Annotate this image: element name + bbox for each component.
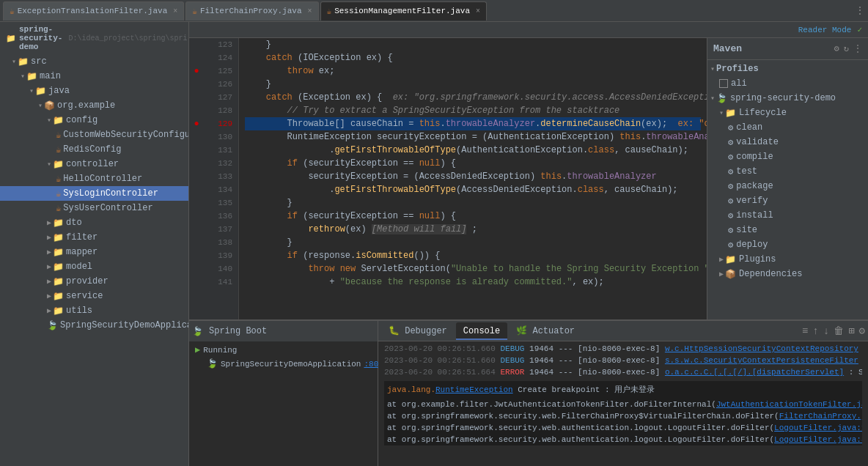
sidebar-item-java[interactable]: ▾ 📁 java [0,84,188,98]
spring-icon: 🍃 [207,358,218,369]
gear-icon: ⚙ [728,181,733,192]
settings-icon-console[interactable]: ⚙ [859,325,865,337]
code-line-129: Throwable[] causeChain = this.throwableA… [245,117,701,130]
sidebar-item-dto[interactable]: ▶ 📁 dto [0,215,188,230]
code-line-141: + "because the response is already commi… [245,275,701,289]
tab-console[interactable]: Console [456,322,507,340]
console-output[interactable]: 2023-06-20 00:26:51.660 DEBUG 19464 --- … [378,341,868,466]
maven-compile[interactable]: ⚙ compile [707,149,868,164]
gear-icon: ⚙ [728,196,733,207]
debugger-icon: 🐛 [389,326,400,336]
tab-session-filter[interactable]: ☕ SessionManagementFilter.java × [320,1,487,21]
maven-ali-profile[interactable]: ali [707,76,868,91]
sidebar-item-model[interactable]: ▶ 📁 model [0,259,188,274]
sidebar-item-hello[interactable]: ☕ HelloController [0,171,188,186]
console-link-1[interactable]: w.c.HttpSessionSecurityContextRepository [665,344,858,353]
sidebar-item-spring-app[interactable]: 🍃 SpringSecurityDemoApplication [0,318,188,333]
maven-lifecycle[interactable]: ▾ 📁 Lifecycle [707,106,868,120]
code-line-140: throw new ServletException("Unable to ha… [245,262,701,275]
sidebar-item-sysuser[interactable]: ☕ SysUserController [0,201,188,215]
maven-deploy[interactable]: ⚙ deploy [707,237,868,252]
arrow-icon: ▾ [47,160,51,169]
code-line-137: rethrow(ex) [Method will fail] ; [245,223,701,236]
stack-link-4[interactable]: LogoutFilter.java:89 [774,435,862,444]
scroll-up-icon[interactable]: ↑ [812,325,818,337]
sidebar-item-filter[interactable]: ▶ 📁 filter [0,230,188,245]
maven-test[interactable]: ⚙ test [707,164,868,179]
clear-icon[interactable]: 🗑 [834,325,844,337]
sidebar-item-service[interactable]: ▶ 📁 service [0,289,188,303]
sidebar-item-syslogin[interactable]: ☕ SysLoginController [0,186,188,201]
lifecycle-icon: 📁 [725,108,736,119]
app-item[interactable]: 🍃 SpringSecurityDemoApplication :8060/ [195,358,372,369]
sidebar-item-main[interactable]: ▾ 📁 main [0,69,188,84]
gear-icon: ⚙ [728,210,733,221]
refresh-icon[interactable]: ↻ [844,43,849,54]
console-link-3[interactable]: o.a.c.c.C.[.[.[/].[dispatcherServlet] [665,368,844,377]
tab-bar-icons: ⋮ [855,4,865,17]
maven-site[interactable]: ⚙ site [707,223,868,237]
run-items: ▶ Running 🍃 SpringSecurityDemoApplicatio… [189,341,378,372]
maven-profiles[interactable]: ▾ Profiles [707,62,868,76]
more-icon[interactable]: ⋮ [853,43,862,54]
tab-actuator[interactable]: 🌿 Actuator [509,322,582,340]
line-numbers: 123 124 125 126 127 128 129 130 131 132 … [204,38,239,319]
more-icon[interactable]: ⋮ [855,4,865,17]
tab-close-1[interactable]: × [308,7,312,15]
maven-install[interactable]: ⚙ install [707,208,868,223]
folder-icon: 📁 [53,262,64,273]
maven-package[interactable]: ⚙ package [707,179,868,193]
scroll-down-icon[interactable]: ↓ [823,325,829,337]
sidebar-item-src[interactable]: ▾ 📁 src [0,54,188,69]
stack-link-2[interactable]: FilterChainProxy.java:346 [779,412,862,421]
reader-mode-label[interactable]: Reader Mode [798,26,852,34]
tab-close-2[interactable]: × [476,7,480,15]
maven-validate[interactable]: ⚙ validate [707,135,868,149]
java-file-icon: ☕ [56,130,61,141]
stack-link-1[interactable]: JwtAuthenticationTokenFilter.java:70 [716,400,862,409]
maven-verify[interactable]: ⚙ verify [707,193,868,208]
arrow-icon: ▶ [47,306,51,315]
maven-dependencies[interactable]: ▶ 📦 Dependencies [707,267,868,281]
folder-icon: 📁 [53,247,64,258]
maven-plugins[interactable]: ▶ 📁 Plugins [707,252,868,267]
arrow-icon: ▶ [47,262,51,271]
sidebar-item-org-example[interactable]: ▾ 📦 org.example [0,98,188,113]
stack-link-3[interactable]: LogoutFilter.java:103 [774,424,862,432]
gutter-130 [189,130,204,144]
sidebar-item-config[interactable]: ▾ 📁 config [0,113,188,127]
tab-exception-filter[interactable]: ☕ ExceptionTranslationFilter.java × [3,1,184,21]
wrap-icon[interactable]: ≡ [802,325,808,337]
java-file-icon: ☕ [56,174,61,185]
plugins-icon: 📁 [725,254,736,265]
console-link-2[interactable]: s.s.w.c.SecurityContextPersistenceFilter [665,356,858,365]
settings-icon[interactable]: ⚙ [834,43,839,54]
project-icon: 🍃 [716,93,727,104]
gutter-125: ● [189,64,204,78]
running-item[interactable]: ▶ Running [195,344,372,355]
java-icon: ☕ [10,7,15,16]
tab-debugger[interactable]: 🐛 Debugger [381,322,455,340]
maven-panel: Maven ⚙ ↻ ⋮ ▾ Profiles ali [707,38,868,319]
arrow-icon: ▾ [21,72,25,81]
code-editor[interactable]: ● ● [189,38,707,319]
tab-close-0[interactable]: × [173,7,177,15]
sidebar-item-custom-web[interactable]: ☕ CustomWebSecurityConfigurer [0,127,188,142]
checkbox-icon[interactable] [719,79,728,88]
sidebar-item-provider[interactable]: ▶ 📁 provider [0,274,188,289]
folder-icon: 📁 [26,71,37,82]
actuator-icon: 🌿 [516,326,527,336]
filter-icon[interactable]: ⊞ [848,325,854,337]
maven-project[interactable]: ▾ 🍃 spring-security-demo [707,91,868,106]
sidebar-item-utils[interactable]: ▶ 📁 utils [0,303,188,318]
maven-clean[interactable]: ⚙ clean [707,120,868,135]
folder-icon: 📁 [53,115,64,126]
arrow-icon: ▶ [719,255,724,264]
runtime-exception-link[interactable]: RuntimeException [435,385,513,394]
sidebar-item-redis-config[interactable]: ☕ RedisConfig [0,142,188,157]
code-line-133: securityException = (AccessDeniedExcepti… [245,170,701,183]
tab-filter-chain[interactable]: ☕ FilterChainProxy.java × [185,1,318,21]
code-line-135: } [245,196,701,210]
sidebar-item-mapper[interactable]: ▶ 📁 mapper [0,245,188,259]
sidebar-item-controller[interactable]: ▾ 📁 controller [0,157,188,171]
